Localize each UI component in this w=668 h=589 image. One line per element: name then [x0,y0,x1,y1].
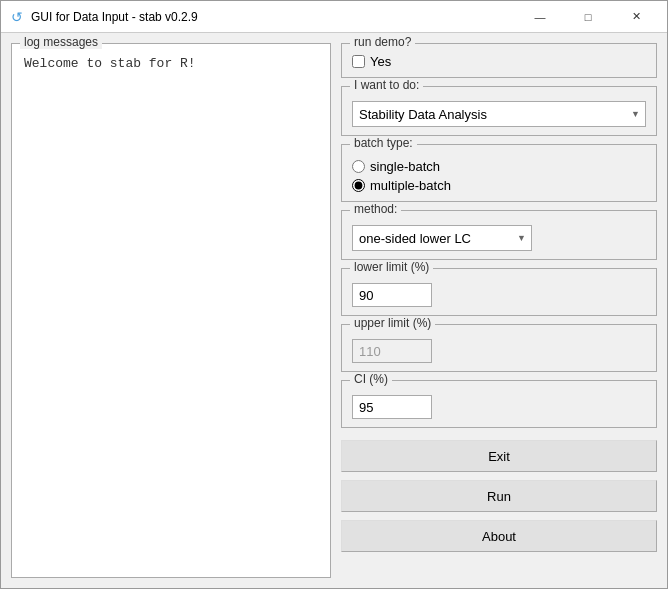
exit-button[interactable]: Exit [341,440,657,472]
app-icon: ↺ [9,9,25,25]
method-label: method: [350,202,401,216]
i-want-select-wrapper: Stability Data Analysis Data Import Simu… [352,101,646,127]
run-demo-label: run demo? [350,35,415,49]
about-button[interactable]: About [341,520,657,552]
multiple-batch-radio[interactable] [352,179,365,192]
maximize-button[interactable]: □ [565,2,611,32]
lower-limit-input[interactable] [352,283,432,307]
single-batch-radio[interactable] [352,160,365,173]
multiple-batch-row: multiple-batch [352,178,646,193]
close-button[interactable]: ✕ [613,2,659,32]
run-demo-checkbox-label: Yes [370,54,391,69]
method-select-wrapper: one-sided lower LC one-sided upper LC tw… [352,225,532,251]
title-bar: ↺ GUI for Data Input - stab v0.2.9 — □ ✕ [1,1,667,33]
main-content: log messages Welcome to stab for R! run … [1,33,667,588]
batch-type-group: single-batch multiple-batch [352,159,646,193]
run-demo-row: Yes [352,54,646,69]
upper-limit-label: upper limit (%) [350,316,435,330]
minimize-button[interactable]: — [517,2,563,32]
log-panel: log messages Welcome to stab for R! [11,43,331,578]
log-panel-label: log messages [20,35,102,49]
method-fieldset: method: one-sided lower LC one-sided upp… [341,210,657,260]
i-want-select[interactable]: Stability Data Analysis Data Import Simu… [352,101,646,127]
run-demo-fieldset: run demo? Yes [341,43,657,78]
i-want-fieldset: I want to do: Stability Data Analysis Da… [341,86,657,136]
single-batch-row: single-batch [352,159,646,174]
single-batch-label: single-batch [370,159,440,174]
run-demo-checkbox[interactable] [352,55,365,68]
ci-fieldset: CI (%) [341,380,657,428]
batch-type-label: batch type: [350,136,417,150]
lower-limit-fieldset: lower limit (%) [341,268,657,316]
ci-label: CI (%) [350,372,392,386]
ci-input[interactable] [352,395,432,419]
lower-limit-label: lower limit (%) [350,260,433,274]
multiple-batch-label: multiple-batch [370,178,451,193]
right-panel: run demo? Yes I want to do: Stability Da… [341,43,657,578]
button-row: Exit Run About [341,440,657,552]
i-want-label: I want to do: [350,78,423,92]
window-controls: — □ ✕ [517,2,659,32]
window-title: GUI for Data Input - stab v0.2.9 [31,10,517,24]
method-select[interactable]: one-sided lower LC one-sided upper LC tw… [352,225,532,251]
run-button[interactable]: Run [341,480,657,512]
batch-type-fieldset: batch type: single-batch multiple-batch [341,144,657,202]
log-message: Welcome to stab for R! [12,44,330,577]
upper-limit-fieldset: upper limit (%) [341,324,657,372]
upper-limit-input[interactable] [352,339,432,363]
main-window: ↺ GUI for Data Input - stab v0.2.9 — □ ✕… [0,0,668,589]
